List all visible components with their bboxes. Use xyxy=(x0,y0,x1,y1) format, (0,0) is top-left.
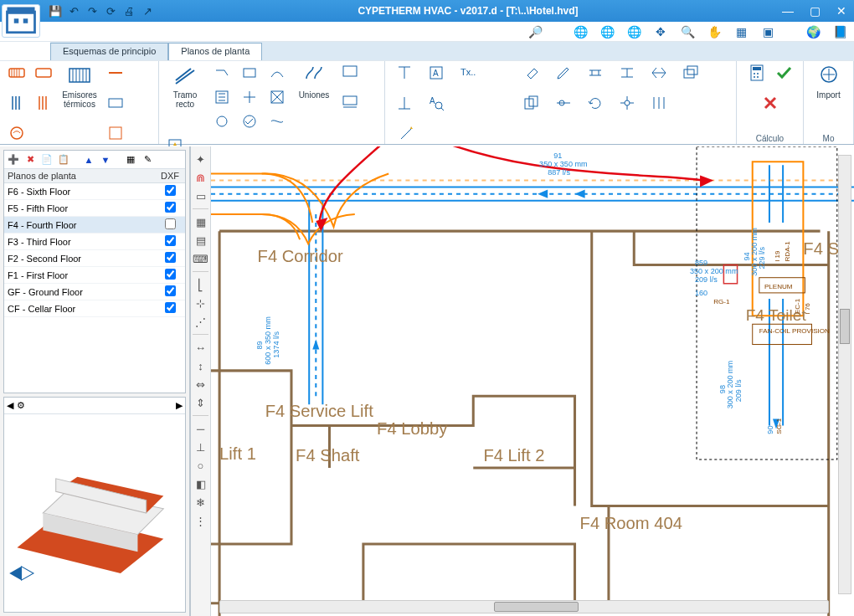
vt-rect-icon[interactable]: ▭ xyxy=(193,188,208,203)
floor-dxf-checkbox[interactable] xyxy=(165,185,176,196)
emisor-btn-7[interactable] xyxy=(104,93,127,120)
floor-edit-icon[interactable]: ✎ xyxy=(141,153,154,167)
ed-align-top[interactable] xyxy=(390,63,419,90)
calculator-button[interactable] xyxy=(745,63,769,90)
emisor-btn-1[interactable] xyxy=(5,63,28,90)
cond-btn-6[interactable] xyxy=(265,87,290,109)
ed-moveline[interactable] xyxy=(613,63,641,90)
horizontal-scrollbar[interactable] xyxy=(219,600,829,613)
floor-frame-icon[interactable]: ▦ xyxy=(124,153,137,167)
preview-3d-viewport[interactable] xyxy=(4,414,185,612)
collapse-icon[interactable]: ◀ xyxy=(7,400,13,411)
tramo-recto-button[interactable]: Tramo recto xyxy=(164,63,206,120)
ed-rotate[interactable] xyxy=(581,93,610,120)
globe-n-icon[interactable]: 🌐 xyxy=(573,24,588,39)
floor-paste-icon[interactable]: 📋 xyxy=(57,153,70,167)
lasso-icon[interactable]: ✥ xyxy=(653,24,668,39)
cond-btn-4[interactable] xyxy=(209,87,234,109)
ed-align-text[interactable]: A xyxy=(422,63,450,90)
print-icon[interactable]: 🖨 xyxy=(122,4,136,18)
floor-dxf-checkbox[interactable] xyxy=(165,202,176,213)
floor-down-icon[interactable]: ▼ xyxy=(99,153,112,167)
vt-magnet-icon[interactable]: ⋒ xyxy=(193,170,208,185)
col-dxf[interactable]: DXF xyxy=(155,169,185,183)
ed-text[interactable]: Tx.. xyxy=(454,63,482,90)
cond-btn-10[interactable] xyxy=(338,63,362,90)
floor-dxf-checkbox[interactable] xyxy=(165,302,176,313)
floor-dxf-checkbox[interactable] xyxy=(165,218,176,229)
floor-row[interactable]: F1 - First Floor xyxy=(4,267,185,284)
vt-diag-icon[interactable]: ⋰ xyxy=(193,314,208,329)
ed-pencil[interactable] xyxy=(549,63,578,90)
help-globe-icon[interactable]: 🌍 xyxy=(805,24,821,39)
vt-line-icon[interactable]: ─ xyxy=(193,421,208,436)
floor-row[interactable]: CF - Cellar Floor xyxy=(4,300,185,317)
export-icon[interactable]: ↗ xyxy=(141,4,154,18)
vt-axis-icon[interactable]: ⎣ xyxy=(193,277,208,292)
help-book-icon[interactable]: 📘 xyxy=(832,24,847,39)
close-button[interactable]: ✕ xyxy=(829,0,854,22)
floor-copy-icon[interactable]: 📄 xyxy=(40,153,54,167)
app-menu-button[interactable] xyxy=(2,4,40,38)
maximize-button[interactable]: ▢ xyxy=(802,0,827,22)
redo-icon[interactable]: ↷ xyxy=(85,4,99,18)
tab-planos[interactable]: Planos de planta xyxy=(168,43,262,61)
floor-del-icon[interactable]: ✖ xyxy=(23,153,37,167)
vt-perp-icon[interactable]: ⊥ xyxy=(193,439,208,454)
vt-ortho-icon[interactable]: ⊹ xyxy=(193,295,208,311)
cond-btn-5[interactable] xyxy=(237,87,262,109)
vt-freeze-icon[interactable]: ❄ xyxy=(193,495,208,510)
floor-dxf-checkbox[interactable] xyxy=(165,252,176,263)
ed-slider[interactable] xyxy=(549,93,578,120)
cond-btn-2[interactable] xyxy=(237,63,262,85)
floor-add-icon[interactable]: ➕ xyxy=(7,153,20,167)
vt-more-icon[interactable]: ⋮ xyxy=(193,513,208,528)
emisor-btn-2[interactable] xyxy=(5,93,28,120)
calc-x-button[interactable] xyxy=(759,93,782,120)
ed-flip[interactable] xyxy=(645,63,673,90)
emisor-btn-5[interactable] xyxy=(32,93,55,120)
cond-btn-7[interactable] xyxy=(209,111,234,133)
globe-e-icon[interactable]: 🌐 xyxy=(599,24,615,39)
floor-dxf-checkbox[interactable] xyxy=(165,269,176,280)
view3d-gear-icon[interactable]: ⚙ xyxy=(17,400,25,411)
check-button[interactable] xyxy=(772,63,795,90)
drawing-canvas[interactable]: F4 Corridor F4 Service Lift F4 Lobby Lif… xyxy=(211,146,854,616)
vt-snap1-icon[interactable]: ↔ xyxy=(193,340,208,355)
ed-dim[interactable] xyxy=(581,63,610,90)
cond-btn-8[interactable] xyxy=(237,111,262,133)
vt-snap4-icon[interactable]: ⇕ xyxy=(193,395,208,410)
floor-row[interactable]: F6 - Sixth Floor xyxy=(4,183,185,200)
vt-snap3-icon[interactable]: ⇔ xyxy=(193,377,208,392)
vt-grid-icon[interactable]: ▦ xyxy=(193,214,208,229)
cond-btn-9[interactable] xyxy=(265,111,290,133)
uniones-button[interactable]: Uniones xyxy=(293,63,335,120)
floor-row[interactable]: F5 - Fifth Floor xyxy=(4,200,185,217)
floor-row[interactable]: GF - Ground Floor xyxy=(4,284,185,300)
cond-btn-1[interactable] xyxy=(209,63,234,85)
vt-keypad-icon[interactable]: ⌨ xyxy=(193,251,208,266)
vertical-scrollbar[interactable] xyxy=(838,155,851,594)
ed-bars[interactable] xyxy=(645,93,673,120)
ed-copy[interactable] xyxy=(517,93,546,120)
import-button[interactable]: Import xyxy=(809,63,848,120)
save-icon[interactable]: 💾 xyxy=(49,4,62,18)
floor-dxf-checkbox[interactable] xyxy=(165,285,176,296)
hand-icon[interactable]: ✋ xyxy=(707,24,722,39)
vt-snap2-icon[interactable]: ↕ xyxy=(193,358,208,373)
ed-find-text[interactable]: A xyxy=(422,93,450,120)
zoom-in-icon[interactable]: 🔍 xyxy=(680,24,695,39)
undo-icon[interactable]: ↶ xyxy=(67,4,80,18)
floor-dxf-checkbox[interactable] xyxy=(165,235,176,246)
fullscreen-icon[interactable]: ▣ xyxy=(760,24,775,39)
floor-row[interactable]: F4 - Fourth Floor xyxy=(4,217,185,234)
find-icon[interactable]: 🔎 xyxy=(527,24,543,39)
emisor-btn-4[interactable] xyxy=(32,63,55,90)
ed-stack[interactable] xyxy=(677,63,705,90)
ed-center[interactable] xyxy=(613,93,641,120)
cond-btn-11[interactable] xyxy=(338,93,362,120)
vt-circle-icon[interactable]: ○ xyxy=(193,458,208,473)
col-name[interactable]: Planos de planta xyxy=(4,169,155,183)
globe-s-icon[interactable]: 🌐 xyxy=(626,24,641,39)
vt-color-icon[interactable]: ◧ xyxy=(193,476,208,491)
